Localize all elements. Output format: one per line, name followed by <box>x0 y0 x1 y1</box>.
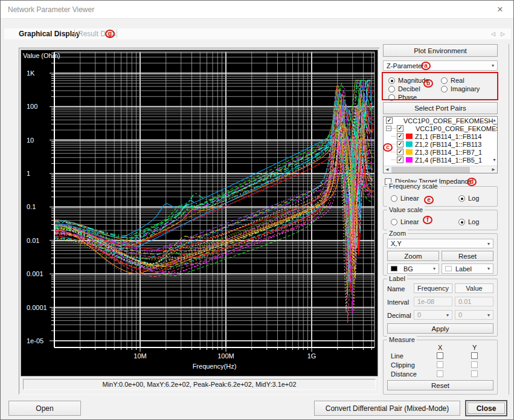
series-color-swatch <box>406 141 413 147</box>
tab-scroll-left-icon[interactable]: ◁ <box>491 31 495 37</box>
frequency-linear-radio[interactable]: Linear <box>391 195 419 202</box>
title-bar: Network Parameter Viewer ✕ <box>1 1 513 19</box>
measure-line-y-checkbox[interactable] <box>471 352 478 359</box>
tree-row-z14[interactable]: ✓ Z1,4 (FB114_1::FB5_1 <box>384 156 497 164</box>
chevron-down-icon: ▾ <box>492 63 494 68</box>
checkbox-checked-icon[interactable]: ✓ <box>386 117 393 124</box>
port-pair-tree[interactable]: ✓ VCC1P0_CORE_FEKOMESH_1 − ✓ VCC1P0_CORE… <box>383 116 498 173</box>
chevron-down-icon: ▾ <box>487 312 490 318</box>
label-color-select[interactable]: Label ▾ <box>442 263 493 274</box>
plot-environment-button[interactable]: Plot Environment <box>383 44 498 57</box>
parameter-select[interactable]: Z-Parameter ▾ <box>383 60 498 71</box>
scrollbar-thumb[interactable] <box>391 167 470 173</box>
tree-row-group[interactable]: − ✓ VCC1P0_CORE_FEKOMESH <box>384 124 497 132</box>
convert-differential-pair-button[interactable]: Convert Differential Pair (Mixed-Mode) <box>314 401 460 416</box>
measure-distance-y-checkbox[interactable] <box>471 370 478 377</box>
tree-horizontal-scrollbar[interactable]: ◄ ► <box>384 166 497 173</box>
label-interval-caption: Interval <box>387 299 409 306</box>
radio-circle <box>391 195 397 202</box>
label-group-title: Label <box>387 275 407 282</box>
plot-canvas[interactable]: Value (Ohm)1K1001010.10.010.0010.00011e-… <box>21 50 378 376</box>
value-log-label: Log <box>468 218 479 225</box>
plot-status-bar: MinY:0.0e+00, MaxY:6.2e+02, Peak-Peak:6.… <box>23 379 376 390</box>
tree-row-root[interactable]: ✓ VCC1P0_CORE_FEKOMESH_1 <box>384 117 497 124</box>
annotation-b: b <box>423 79 433 88</box>
tree-connector <box>391 144 396 144</box>
tree-scroll-up-icon[interactable]: ▲ <box>492 118 496 123</box>
label-name-x-field[interactable]: Frequency <box>414 283 452 293</box>
annotation-c: c <box>383 143 393 152</box>
svg-text:Frequency(Hz): Frequency(Hz) <box>193 363 237 370</box>
radio-real-circle <box>441 77 448 84</box>
svg-text:10: 10 <box>27 137 34 144</box>
label-decimal-y-select[interactable]: 0 ▾ <box>455 310 493 320</box>
radio-magnitude-circle <box>388 77 395 84</box>
zoom-button[interactable]: Zoom <box>387 251 439 261</box>
chevron-down-icon: ▾ <box>487 241 490 247</box>
scroll-right-icon[interactable]: ► <box>491 167 496 173</box>
collapse-icon[interactable]: − <box>386 126 391 131</box>
frequency-log-radio[interactable]: Log <box>458 195 479 202</box>
window-title: Network Parameter Viewer <box>8 5 94 14</box>
checkbox-checked-icon[interactable]: ✓ <box>397 141 403 147</box>
measure-group-title: Measure <box>387 336 417 343</box>
tree-connector <box>391 160 396 160</box>
close-icon[interactable]: ✕ <box>493 4 507 16</box>
label-apply-button[interactable]: Apply <box>387 323 493 334</box>
zoom-axis-select[interactable]: X,Y ▾ <box>387 239 493 248</box>
measure-line-x-checkbox[interactable] <box>437 352 443 359</box>
zoom-reset-button[interactable]: Reset <box>442 251 493 261</box>
checkbox-checked-icon[interactable]: ✓ <box>397 125 403 132</box>
measure-clipping-label: Clipping <box>391 361 415 369</box>
checkbox-checked-icon[interactable]: ✓ <box>397 133 403 140</box>
close-button[interactable]: Close <box>465 400 507 416</box>
radio-circle <box>458 219 465 225</box>
select-port-pairs-button[interactable]: Select Port Pairs <box>383 102 498 114</box>
plot-container: Value (Ohm)1K1001010.10.010.0010.00011e-… <box>19 48 380 395</box>
tree-row-z12[interactable]: ✓ Z1,2 (FB114_1::FB113 <box>384 140 497 148</box>
label-color-swatch <box>445 266 452 271</box>
svg-text:1: 1 <box>27 170 30 177</box>
value-linear-radio[interactable]: Linear <box>391 218 419 225</box>
tab-separator <box>74 29 75 38</box>
value-log-radio[interactable]: Log <box>458 218 479 225</box>
series-color-swatch <box>406 149 413 155</box>
annotation-d: d <box>467 178 477 186</box>
chevron-down-icon: ▾ <box>446 312 449 318</box>
radio-phase-label: Phase <box>398 94 417 101</box>
measure-distance-x-checkbox[interactable] <box>437 370 443 377</box>
radio-imaginary[interactable]: Imaginary <box>441 85 480 92</box>
radio-real[interactable]: Real <box>441 77 464 84</box>
radio-decibel-circle <box>388 86 395 92</box>
tree-row-z11[interactable]: ✓ Z1,1 (FB114_1::FB114 <box>384 132 497 140</box>
checkbox-checked-icon[interactable]: ✓ <box>397 149 403 155</box>
panel-divider <box>509 44 509 395</box>
bg-color-select[interactable]: BG ▾ <box>387 263 439 274</box>
annotation-f: f <box>423 216 432 224</box>
scroll-left-icon[interactable]: ◄ <box>385 167 390 173</box>
series-color-swatch <box>406 134 413 139</box>
tree-z14-label: Z1,4 (FB114_1::FB5_1 <box>415 157 482 164</box>
zoom-axis-value: X,Y <box>391 240 402 247</box>
label-decimal-x-select[interactable]: 0 ▾ <box>414 310 452 320</box>
chevron-down-icon: ▾ <box>487 266 490 271</box>
label-interval-y-field[interactable]: 0.01 <box>455 297 493 306</box>
measure-clipping-y-checkbox[interactable] <box>471 361 478 368</box>
checkbox-checked-icon[interactable]: ✓ <box>397 157 403 163</box>
label-interval-x-field[interactable]: 1e-08 <box>414 297 452 306</box>
tab-graphical-display[interactable]: Graphical Display <box>19 30 80 38</box>
open-button[interactable]: Open <box>8 401 81 416</box>
tree-z13-label: Z1,3 (FB114_1::FB7_1 <box>415 149 482 156</box>
radio-phase[interactable]: Phase <box>388 94 417 101</box>
measure-clipping-x-checkbox[interactable] <box>437 361 443 368</box>
tree-row-z13[interactable]: ✓ Z1,3 (FB114_1::FB7_1 <box>384 148 497 156</box>
measure-reset-button[interactable]: Reset <box>387 380 493 390</box>
tab-scroll-right-icon[interactable]: ▷ <box>501 31 505 37</box>
tree-scroll-down-icon[interactable]: ▼ <box>492 158 496 163</box>
value-scale-title: Value scale <box>387 206 425 213</box>
bg-color-label: BG <box>403 265 413 273</box>
radio-decibel[interactable]: Decibel <box>388 85 420 92</box>
tree-root-label: VCC1P0_CORE_FEKOMESH_1 <box>403 117 497 124</box>
tree-group-label: VCC1P0_CORE_FEKOMESH <box>416 125 497 132</box>
label-name-y-field[interactable]: Value <box>455 283 493 293</box>
